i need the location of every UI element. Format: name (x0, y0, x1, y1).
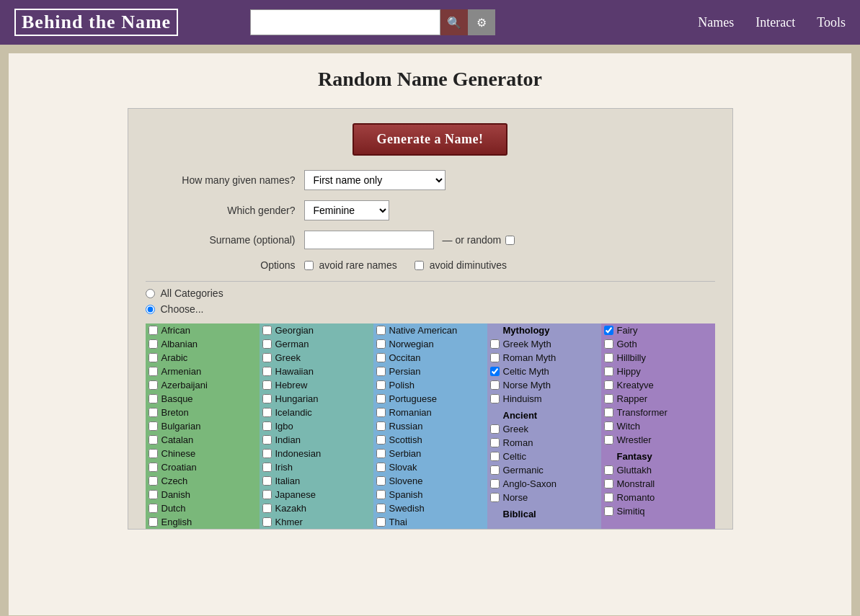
category-checkbox[interactable] (604, 421, 613, 431)
category-checkbox[interactable] (604, 506, 613, 516)
avoid-rare-checkbox[interactable] (304, 261, 314, 270)
category-checkbox[interactable] (376, 449, 386, 458)
category-checkbox[interactable] (262, 490, 272, 499)
category-label: Catalan (161, 434, 194, 445)
category-checkbox[interactable] (376, 353, 386, 362)
category-checkbox[interactable] (376, 326, 386, 335)
category-checkbox[interactable] (490, 479, 500, 488)
category-checkbox[interactable] (604, 326, 613, 335)
category-checkbox[interactable] (490, 465, 500, 475)
list-item: Hinduism (487, 392, 601, 406)
category-checkbox[interactable] (604, 367, 613, 376)
category-checkbox[interactable] (604, 493, 613, 502)
category-checkbox[interactable] (262, 353, 272, 362)
category-checkbox[interactable] (148, 449, 158, 458)
avoid-diminutives-label: avoid diminutives (430, 259, 507, 271)
category-checkbox[interactable] (376, 339, 386, 349)
gender-select[interactable]: Masculine Feminine Either (304, 200, 389, 220)
category-checkbox[interactable] (262, 339, 272, 349)
search-button[interactable]: 🔍 (440, 9, 468, 35)
category-checkbox[interactable] (148, 339, 158, 349)
list-item: Indian (260, 433, 373, 447)
category-checkbox[interactable] (148, 490, 158, 499)
category-checkbox[interactable] (604, 408, 613, 417)
category-label: Scottish (389, 434, 422, 445)
category-checkbox[interactable] (262, 394, 272, 403)
category-checkbox[interactable] (490, 353, 500, 362)
given-names-select[interactable]: First name only First + middle name Firs… (304, 170, 445, 190)
list-item: Bulgarian (146, 419, 260, 433)
category-checkbox[interactable] (490, 438, 500, 447)
category-checkbox[interactable] (490, 394, 500, 403)
category-checkbox[interactable] (262, 408, 272, 417)
category-checkbox[interactable] (376, 490, 386, 499)
category-checkbox[interactable] (262, 449, 272, 458)
category-checkbox[interactable] (604, 339, 613, 349)
category-checkbox[interactable] (376, 517, 386, 527)
category-checkbox[interactable] (148, 394, 158, 403)
category-checkbox[interactable] (490, 452, 500, 461)
list-item: Greek (260, 351, 373, 365)
generate-button[interactable]: Generate a Name! (353, 123, 508, 156)
category-checkbox[interactable] (604, 353, 613, 362)
category-label: Hawaiian (275, 366, 314, 377)
category-checkbox[interactable] (262, 517, 272, 527)
category-checkbox[interactable] (148, 421, 158, 431)
category-checkbox[interactable] (376, 463, 386, 472)
list-item: Roman Myth (487, 351, 601, 365)
settings-button[interactable]: ⚙ (468, 9, 495, 35)
category-checkbox[interactable] (148, 476, 158, 486)
category-checkbox[interactable] (376, 435, 386, 445)
nav-names[interactable]: Names (698, 15, 734, 30)
category-checkbox[interactable] (148, 380, 158, 390)
random-surname-checkbox[interactable] (505, 236, 515, 245)
category-checkbox[interactable] (376, 476, 386, 486)
surname-input[interactable] (304, 231, 434, 249)
list-item: Japanese (260, 488, 373, 501)
category-checkbox[interactable] (376, 367, 386, 376)
category-checkbox[interactable] (376, 504, 386, 513)
category-checkbox[interactable] (148, 463, 158, 472)
category-checkbox[interactable] (604, 479, 613, 488)
category-checkbox[interactable] (262, 463, 272, 472)
category-checkbox[interactable] (148, 517, 158, 527)
category-checkbox[interactable] (262, 326, 272, 335)
category-checkbox[interactable] (148, 326, 158, 335)
nav-tools[interactable]: Tools (817, 15, 846, 30)
category-checkbox[interactable] (604, 465, 613, 475)
all-categories-radio[interactable] (146, 289, 155, 298)
category-checkbox[interactable] (490, 424, 500, 434)
category-col-5: FairyGothHillbillyHippyKreatyveRapperTra… (601, 323, 715, 529)
category-checkbox[interactable] (376, 408, 386, 417)
category-checkbox[interactable] (148, 353, 158, 362)
avoid-diminutives-checkbox[interactable] (415, 261, 424, 270)
choose-radio[interactable] (146, 305, 155, 314)
category-checkbox[interactable] (148, 408, 158, 417)
category-checkbox[interactable] (604, 394, 613, 403)
category-checkbox[interactable] (376, 421, 386, 431)
main-nav: Names Interact Tools (698, 15, 846, 30)
category-checkbox[interactable] (376, 394, 386, 403)
category-label: Hungarian (275, 393, 319, 404)
category-checkbox[interactable] (604, 380, 613, 390)
category-checkbox[interactable] (262, 367, 272, 376)
category-checkbox[interactable] (490, 339, 500, 349)
category-checkbox[interactable] (262, 504, 272, 513)
list-item: Anglo-Saxon (487, 477, 601, 491)
nav-interact[interactable]: Interact (755, 15, 795, 30)
category-checkbox[interactable] (262, 476, 272, 486)
search-input[interactable] (250, 9, 440, 35)
category-checkbox[interactable] (490, 380, 500, 390)
category-checkbox[interactable] (376, 380, 386, 390)
category-checkbox[interactable] (262, 435, 272, 445)
category-checkbox[interactable] (490, 367, 500, 376)
category-checkbox[interactable] (604, 435, 613, 445)
category-checkbox[interactable] (148, 367, 158, 376)
category-checkbox[interactable] (262, 421, 272, 431)
category-checkbox[interactable] (490, 493, 500, 502)
category-checkbox[interactable] (262, 380, 272, 390)
list-item: Spanish (373, 488, 487, 501)
site-logo[interactable]: Behind the Name (14, 9, 178, 36)
category-checkbox[interactable] (148, 504, 158, 513)
category-checkbox[interactable] (148, 435, 158, 445)
